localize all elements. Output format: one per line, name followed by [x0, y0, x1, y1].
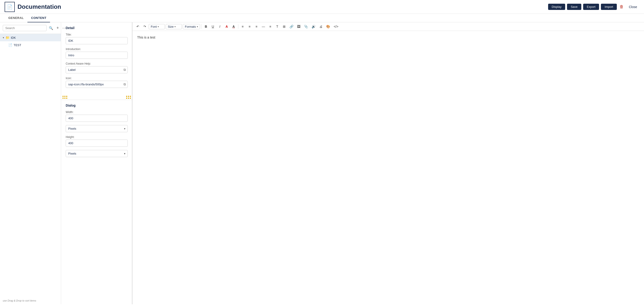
close-button[interactable]: Close — [626, 4, 640, 10]
tree-item-test[interactable]: 📄 TEST — [0, 41, 61, 49]
width-unit-field-group: Pixels Percent Em Rem ▾ — [66, 125, 128, 132]
chevron-down-icon: ▾ — [3, 36, 4, 39]
size-chevron-icon: ▾ — [174, 25, 176, 28]
print-button[interactable]: 🖨 — [318, 24, 324, 29]
width-unit-wrapper: Pixels Percent Em Rem ▾ — [66, 125, 128, 132]
header-actions: Display Save Export Import 🗑 Close — [548, 4, 640, 10]
width-unit-select[interactable]: Pixels Percent Em Rem — [66, 125, 128, 132]
intro-field-group: Introduction: — [66, 48, 128, 59]
toolbar-separator-1 — [202, 24, 202, 29]
link-button[interactable]: 🔗 — [288, 24, 295, 29]
formats-label: Formats — [185, 25, 196, 28]
detail-panel: Detail Title: Introduction: Context Awar… — [61, 22, 132, 164]
editor-content[interactable]: This is a test — [132, 31, 644, 304]
width-field-group: Width: — [66, 111, 128, 122]
icon-copy-button[interactable]: ⧉ — [124, 82, 126, 86]
right-resize-dots — [125, 96, 132, 99]
save-button[interactable]: Save — [567, 4, 581, 10]
title-field-group: Title: — [66, 33, 128, 44]
context-copy-button[interactable]: ⧉ — [124, 68, 126, 72]
icon-input[interactable] — [66, 81, 128, 88]
size-dropdown[interactable]: Size ▾ — [166, 24, 182, 29]
section-resize-handle[interactable] — [61, 95, 132, 100]
media-button[interactable]: 📎 — [303, 24, 309, 29]
context-label: Context Aware Help: — [66, 62, 128, 65]
height-input[interactable] — [66, 140, 128, 147]
intro-label: Introduction: — [66, 48, 128, 51]
context-input-wrapper: ⧉ — [66, 66, 128, 73]
panel-right-resizer[interactable] — [132, 22, 132, 304]
icon-field-group: Icon: ⧉ — [66, 77, 128, 88]
header-logo: 📄 Documentation — [4, 2, 548, 12]
icon-input-wrapper: ⧉ — [66, 81, 128, 88]
context-field-group: Context Aware Help: ⧉ — [66, 62, 128, 73]
add-item-button[interactable]: + — [56, 25, 60, 31]
audio-button[interactable]: 🔊 — [310, 24, 317, 29]
detail-panel-wrapper: Detail Title: Introduction: Context Awar… — [61, 22, 132, 304]
dialog-section-title: Dialog — [66, 104, 128, 107]
underline-button[interactable]: U — [210, 24, 216, 29]
editor-panel: ↶ ↷ Font ▾ Size ▾ Formats ▾ B U I A A ≡ … — [132, 22, 644, 304]
drag-hint: use Drag & Drop to sort items — [0, 297, 61, 304]
sidebar: 🔍 + ⋯ ▾ 📁 IDK 📄 TEST use Drag & Drop to … — [0, 22, 61, 304]
editor-toolbar: ↶ ↷ Font ▾ Size ▾ Formats ▾ B U I A A ≡ … — [132, 22, 644, 31]
folder-icon: 📁 — [6, 36, 10, 40]
editor-text: This is a test — [137, 36, 640, 39]
tree-item-label: IDK — [11, 36, 16, 40]
align-left-button[interactable]: ≡ — [240, 24, 246, 29]
width-input[interactable] — [66, 115, 128, 122]
tabs-bar: GENERAL CONTENT — [0, 14, 644, 22]
import-button[interactable]: Import — [601, 4, 617, 10]
font-color-button[interactable]: A — [224, 24, 230, 29]
formats-dropdown[interactable]: Formats ▾ — [183, 24, 200, 29]
image-button[interactable]: 🖼 — [296, 24, 302, 29]
header: 📄 Documentation Display Save Export Impo… — [0, 0, 644, 14]
grid-button[interactable]: ⊞ — [281, 24, 287, 29]
title-label: Title: — [66, 33, 128, 36]
size-label: Size — [168, 25, 174, 28]
height-unit-field-group: Pixels Percent Em Rem ▾ — [66, 150, 128, 157]
context-input[interactable] — [66, 66, 128, 73]
document-icon: 📄 — [7, 4, 13, 10]
toolbar-separator-2 — [238, 24, 238, 29]
title-input[interactable] — [66, 37, 128, 44]
formats-chevron-icon: ▾ — [197, 25, 198, 28]
logo-icon: 📄 — [4, 2, 15, 12]
code-button[interactable]: </> — [332, 24, 340, 29]
search-input[interactable] — [3, 25, 46, 31]
detail-section: Detail Title: Introduction: Context Awar… — [61, 22, 132, 95]
font-label: Font — [151, 25, 157, 28]
background-button[interactable]: 🎨 — [325, 24, 332, 29]
horizontal-rule-button[interactable]: — — [260, 24, 266, 29]
tree-item-idk[interactable]: ▾ 📁 IDK — [0, 34, 61, 41]
align-center-button[interactable]: ≡ — [254, 24, 260, 29]
highlight-button[interactable]: A — [231, 24, 237, 29]
align-right-button[interactable]: ≡ — [247, 24, 252, 29]
detail-section-title: Detail — [66, 26, 128, 30]
intro-input[interactable] — [66, 52, 128, 59]
height-label: Height: — [66, 135, 128, 139]
tab-content[interactable]: CONTENT — [28, 14, 50, 22]
ordered-list-button[interactable]: ≡ — [267, 24, 273, 29]
redo-button[interactable]: ↷ — [142, 24, 148, 29]
tree-list: ▾ 📁 IDK 📄 TEST — [0, 34, 61, 297]
width-label: Width: — [66, 111, 128, 114]
height-unit-select[interactable]: Pixels Percent Em Rem — [66, 150, 128, 157]
undo-button[interactable]: ↶ — [135, 24, 141, 29]
export-button[interactable]: Export — [583, 4, 599, 10]
dialog-section: Dialog Width: Pixels Percent Em Rem ▾ — [61, 100, 132, 164]
left-resize-dots — [61, 96, 69, 99]
height-field-group: Height: — [66, 135, 128, 147]
display-button[interactable]: Display — [548, 4, 566, 10]
icon-label: Icon: — [66, 77, 128, 80]
height-unit-wrapper: Pixels Percent Em Rem ▾ — [66, 150, 128, 157]
tab-general[interactable]: GENERAL — [4, 14, 28, 22]
page-title: Documentation — [18, 3, 61, 10]
table-button[interactable]: T — [274, 24, 280, 29]
italic-button[interactable]: I — [217, 24, 223, 29]
font-dropdown[interactable]: Font ▾ — [149, 24, 165, 29]
search-button[interactable]: 🔍 — [48, 25, 54, 31]
delete-button[interactable]: 🗑 — [619, 4, 625, 10]
bold-button[interactable]: B — [203, 24, 209, 29]
tree-item-label: TEST — [14, 43, 21, 47]
